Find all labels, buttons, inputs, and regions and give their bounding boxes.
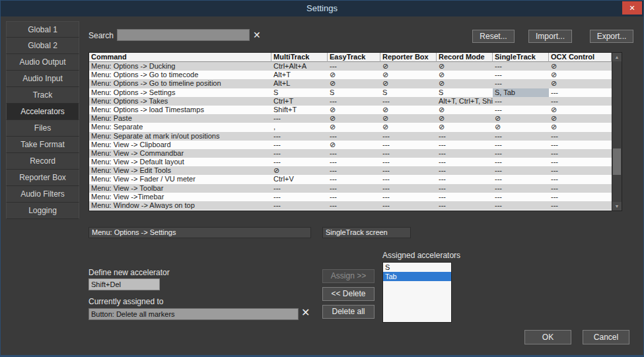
command-cell[interactable]: Menu: Window -> Always on top [89,201,271,210]
column-header[interactable]: EasyTrack [328,53,380,62]
shortcut-cell[interactable]: ⊘ [380,71,437,79]
shortcut-cell[interactable]: --- [493,106,549,114]
shortcut-cell[interactable]: --- [380,166,437,175]
shortcut-cell[interactable]: S [328,88,380,97]
shortcut-cell[interactable]: ⊘ [328,123,380,131]
shortcut-cell[interactable]: --- [493,71,549,79]
shortcut-cell[interactable]: --- [549,141,612,149]
column-header[interactable]: Reporter Box [380,53,437,62]
table-row[interactable]: Menu: Separate,⊘⊘⊘⊘⊘ [89,123,622,131]
shortcut-cell[interactable]: ⊘ [549,71,612,79]
shortcut-cell[interactable]: ⊘ [437,62,493,71]
shortcut-cell[interactable]: --- [437,193,493,201]
command-cell[interactable]: Menu: Options -> Go to timecode [89,71,271,79]
shortcut-cell[interactable]: --- [380,141,437,149]
command-cell[interactable]: Menu: Options -> load Timestamps [89,106,271,114]
table-row[interactable]: Menu: Options -> SettingsSSSSS, Tab--- [89,88,622,97]
shortcut-cell[interactable]: ⊘ [380,114,437,123]
ok-button[interactable]: OK [524,330,571,344]
shortcut-cell[interactable]: ⊘ [437,106,493,114]
shortcut-cell[interactable]: --- [493,193,549,201]
command-cell[interactable]: Menu: View -> Clipboard [89,141,271,149]
shortcut-cell[interactable]: ⊘ [380,62,437,71]
shortcut-cell[interactable]: --- [271,184,328,193]
shortcut-cell[interactable]: --- [549,175,612,183]
shortcut-cell[interactable]: Shift+T [271,106,328,114]
shortcut-cell[interactable]: --- [437,132,493,141]
table-row[interactable]: Menu: View -> Clipboard---⊘------------ [89,141,622,149]
shortcut-cell[interactable]: --- [380,132,437,141]
shortcut-cell[interactable]: --- [328,62,380,71]
command-cell[interactable]: Menu: View -> Commandbar [89,149,271,158]
shortcut-cell[interactable]: --- [271,201,328,210]
shortcut-cell[interactable]: ⊘ [437,123,493,131]
shortcut-cell[interactable]: ⊘ [380,123,437,131]
shortcut-cell[interactable]: --- [493,201,549,210]
shortcut-cell[interactable]: Ctrl+V [271,175,328,183]
shortcut-cell[interactable]: --- [380,184,437,193]
command-cell[interactable]: Menu: View -> Edit Tools [89,166,271,175]
scroll-down-icon[interactable]: ▼ [612,202,622,211]
shortcut-cell[interactable]: --- [380,201,437,210]
table-row[interactable]: Menu: View -> Commandbar----------------… [89,149,622,158]
shortcut-cell[interactable]: --- [493,141,549,149]
shortcut-cell[interactable]: --- [380,175,437,183]
sidebar-item-global-1[interactable]: Global 1 [6,21,79,38]
cancel-button[interactable]: Cancel [583,330,629,344]
command-cell[interactable]: Menu: Separate at mark in/out positions [89,132,271,141]
reset-button[interactable]: Reset... [472,30,515,43]
shortcut-cell[interactable]: --- [437,201,493,210]
shortcut-cell[interactable]: --- [271,141,328,149]
shortcut-cell[interactable]: --- [328,175,380,183]
command-cell[interactable]: Menu: Options -> Settings [89,88,271,97]
table-row[interactable]: Menu: Options -> load TimestampsShift+T⊘… [89,106,622,114]
clear-assignment-icon[interactable]: ✕ [301,307,310,319]
table-row[interactable]: Menu: View -> Default layout------------… [89,158,622,166]
shortcut-cell[interactable]: Ctrl+Alt+A [271,62,328,71]
shortcut-cell[interactable]: ⊘ [328,71,380,79]
table-row[interactable]: Menu: View -> Toolbar------------------ [89,184,622,193]
sidebar-item-accelerators[interactable]: Accelerators [6,104,79,120]
shortcut-cell[interactable]: Ctrl+T [271,97,328,106]
sidebar-item-global-2[interactable]: Global 2 [6,38,79,54]
export-button[interactable]: Export... [590,30,633,43]
sidebar-item-files[interactable]: Files [6,120,79,137]
shortcut-cell[interactable]: --- [380,149,437,158]
column-header[interactable]: Record Mode [437,53,493,62]
shortcut-cell[interactable]: ⊘ [328,141,380,149]
shortcut-cell[interactable]: --- [328,193,380,201]
column-header[interactable]: Command [89,53,271,62]
command-cell[interactable]: Menu: View ->Timebar [89,193,271,201]
delete-all-button[interactable]: Delete all [322,305,375,319]
shortcut-cell[interactable]: --- [493,62,549,71]
shortcut-cell[interactable]: ⊘ [328,79,380,88]
shortcut-cell[interactable]: --- [549,166,612,175]
shortcut-cell[interactable]: ⊘ [549,114,612,123]
shortcut-cell[interactable]: ⊘ [437,79,493,88]
shortcut-cell[interactable]: --- [549,97,612,106]
assigned-accelerators-list[interactable]: STab [382,262,452,323]
shortcut-cell[interactable]: --- [380,193,437,201]
sidebar-item-audio-filters[interactable]: Audio Filters [6,186,79,203]
command-cell[interactable]: Menu: View -> Fader / VU meter [89,175,271,183]
clear-search-icon[interactable]: ✕ [253,29,261,41]
shortcut-cell[interactable]: --- [328,166,380,175]
table-row[interactable]: Menu: Options -> Go to timecodeAlt+T⊘⊘⊘-… [89,71,622,79]
shortcut-cell[interactable]: ⊘ [549,106,612,114]
shortcut-cell[interactable]: --- [549,158,612,166]
search-input[interactable] [117,29,250,41]
title-bar[interactable]: Settings ✕ [1,1,643,16]
sidebar-item-audio-input[interactable]: Audio Input [6,71,79,87]
accelerator-item[interactable]: Tab [383,272,451,281]
currently-assigned-field[interactable] [89,308,299,320]
shortcut-cell[interactable]: --- [493,166,549,175]
shortcut-cell[interactable]: --- [549,149,612,158]
shortcut-cell[interactable]: ⊘ [328,106,380,114]
shortcut-cell[interactable]: ⊘ [549,123,612,131]
command-cell[interactable]: Menu: View -> Toolbar [89,184,271,193]
command-cell[interactable]: Menu: Separate [89,123,271,131]
shortcut-cell[interactable]: S [380,88,437,97]
shortcut-cell[interactable]: --- [549,88,612,97]
shortcut-cell[interactable]: --- [493,149,549,158]
shortcut-cell[interactable]: Alt+L [271,79,328,88]
